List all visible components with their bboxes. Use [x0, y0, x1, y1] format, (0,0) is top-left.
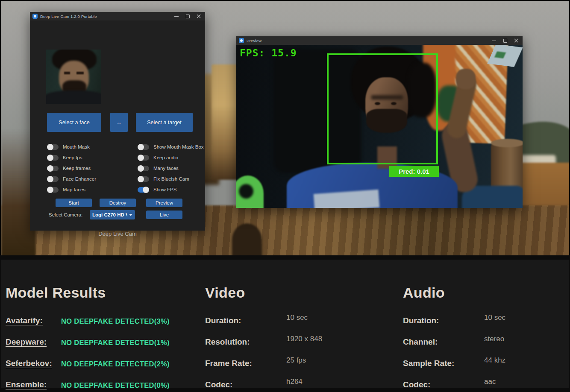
model-result-value: NO DEEPFAKE DETECTED(0%): [61, 381, 170, 389]
video-codec-value: h264: [286, 377, 303, 386]
toggle-label: Keep frames: [63, 166, 91, 171]
model-result-value: NO DEEPFAKE DETECTED(1%): [61, 339, 170, 347]
face-eyes: [64, 72, 84, 74]
audio-codec-label: Codec:: [403, 380, 430, 389]
maximize-icon[interactable]: [185, 14, 190, 18]
face-detection-box: [327, 53, 438, 164]
toggle-mouth-mask[interactable]: [47, 144, 59, 150]
toggle-keep-audio[interactable]: [138, 155, 149, 161]
painting-tower: [212, 64, 240, 180]
close-icon[interactable]: [197, 14, 201, 18]
model-result-row: Avatarify: NO DEEPFAKE DETECTED(3%): [6, 316, 194, 326]
audio-info-column: Audio Duration: 10 sec Channel: stereo S…: [403, 284, 565, 392]
window-title: Deep Live Cam 1.2.0 Portable: [40, 14, 97, 19]
audio-samplerate-label: Sample Rate:: [403, 359, 454, 368]
swap-faces-button[interactable]: ↔: [110, 113, 128, 132]
toggle-label: Many faces: [153, 166, 179, 171]
audio-duration-label: Duration:: [403, 316, 439, 325]
face-jacket: [46, 91, 101, 104]
preview-window: Preview: [236, 36, 523, 208]
video-resolution-value: 1920 x 848: [286, 335, 322, 343]
fps-counter: FPS: 15.9: [240, 47, 297, 59]
camera-select-dropdown[interactable]: Logi C270 HD V: [90, 210, 135, 219]
toggle-label: Show Mouth Mask Box: [153, 144, 204, 149]
model-results-title: Model Results: [6, 284, 194, 303]
toggle-label: Face Enhancer: [63, 176, 96, 181]
audio-channel-label: Channel:: [403, 337, 438, 347]
minimize-icon[interactable]: [492, 38, 496, 43]
start-button[interactable]: Start: [56, 199, 92, 207]
camera-selected-value: Logi C270 HD V: [92, 212, 127, 217]
toggle-keep-frames[interactable]: [47, 166, 59, 171]
model-result-value: NO DEEPFAKE DETECTED(3%): [61, 317, 170, 325]
model-result-value: NO DEEPFAKE DETECTED(2%): [61, 360, 170, 368]
webcam-feed: FPS: 15.9 Pred: 0.01: [236, 45, 523, 208]
preview-button[interactable]: Preview: [146, 199, 182, 207]
chevron-down-icon: [129, 214, 132, 216]
deep-live-cam-titlebar: Deep Live Cam 1.2.0 Portable: [30, 12, 205, 20]
video-info-row: Resolution: 1920 x 848: [205, 337, 389, 348]
audio-info-row: Sample Rate: 44 khz: [403, 359, 565, 369]
model-result-row: Seferbekov: NO DEEPFAKE DETECTED(2%): [6, 359, 194, 369]
select-target-button[interactable]: Select a target: [136, 113, 193, 132]
toggle-label: Mouth Mask: [63, 144, 90, 149]
toggle-label: Keep audio: [153, 155, 178, 160]
video-framerate-value: 25 fps: [286, 356, 306, 365]
video-codec-label: Codec:: [205, 380, 232, 389]
video-info-row: Codec: h264: [205, 380, 389, 390]
select-camera-label: Select Camera:: [49, 212, 82, 217]
video-resolution-label: Resolution:: [205, 337, 250, 347]
minimize-icon[interactable]: [174, 14, 179, 18]
model-result-row: Ensemble: NO DEEPFAKE DETECTED(0%): [6, 380, 194, 390]
app-footer-label: Deep Live Cam: [30, 231, 205, 237]
video-duration-label: Duration:: [205, 316, 241, 325]
audio-codec-value: aac: [484, 377, 496, 386]
toggle-many-faces[interactable]: [138, 166, 149, 171]
audio-duration-value: 10 sec: [484, 313, 505, 322]
model-link-avatarify[interactable]: Avatarify:: [6, 316, 43, 325]
video-title: Video: [205, 284, 389, 303]
toggle-label: Keep fps: [63, 155, 82, 160]
close-icon[interactable]: [514, 38, 518, 43]
preview-window-title: Preview: [247, 38, 261, 43]
video-info-row: Frame Rate: 25 fps: [205, 359, 389, 369]
toggle-face-enhancer[interactable]: [47, 176, 59, 182]
model-link-ensemble[interactable]: Ensemble:: [6, 380, 47, 389]
audio-info-row: Codec: aac: [403, 380, 565, 390]
toggle-label: Show FPS: [153, 187, 176, 192]
select-face-button[interactable]: Select a face: [47, 113, 101, 132]
video-info-column: Video Duration: 10 sec Resolution: 1920 …: [205, 284, 389, 392]
source-face-image: [46, 50, 101, 104]
model-result-row: Deepware: NO DEEPFAKE DETECTED(1%): [6, 337, 194, 348]
live-button[interactable]: Live: [146, 211, 182, 219]
toggle-fix-blueish-cam[interactable]: [138, 176, 149, 182]
results-section: Model Results Avatarify: NO DEEPFAKE DET…: [0, 255, 570, 392]
prediction-badge: Pred: 0.01: [389, 166, 439, 177]
toggle-keep-fps[interactable]: [47, 155, 59, 161]
green-chair: [236, 176, 264, 208]
maximize-icon[interactable]: [503, 38, 507, 43]
person-hand: [456, 69, 476, 89]
app-icon: [32, 14, 38, 19]
toggle-label: Map faces: [63, 187, 85, 192]
app-icon: [239, 38, 244, 43]
painting-arch: [232, 223, 262, 255]
destroy-button[interactable]: Destroy: [100, 199, 136, 207]
audio-channel-value: stereo: [484, 335, 504, 343]
audio-samplerate-value: 44 khz: [484, 356, 505, 365]
video-framerate-label: Frame Rate:: [205, 359, 252, 368]
model-results-column: Model Results Avatarify: NO DEEPFAKE DET…: [6, 284, 194, 392]
video-duration-value: 10 sec: [286, 313, 308, 322]
model-link-seferbekov[interactable]: Seferbekov:: [6, 359, 52, 368]
model-link-deepware[interactable]: Deepware:: [6, 337, 47, 347]
preview-titlebar: Preview: [236, 36, 523, 45]
toggle-label: Fix Blueish Cam: [153, 176, 189, 181]
toggle-show-mouth-mask-box[interactable]: [138, 144, 149, 150]
audio-info-row: Duration: 10 sec: [403, 316, 565, 326]
toggle-map-faces[interactable]: [47, 187, 59, 193]
toggle-show-fps[interactable]: [138, 187, 149, 193]
screen: Deep Live Cam 1.2.0 Portable Select a fa…: [0, 0, 570, 392]
video-info-row: Duration: 10 sec: [205, 316, 389, 326]
results-panel: Model Results Avatarify: NO DEEPFAKE DET…: [1, 260, 569, 388]
deep-live-cam-window: Deep Live Cam 1.2.0 Portable Select a fa…: [30, 12, 205, 231]
